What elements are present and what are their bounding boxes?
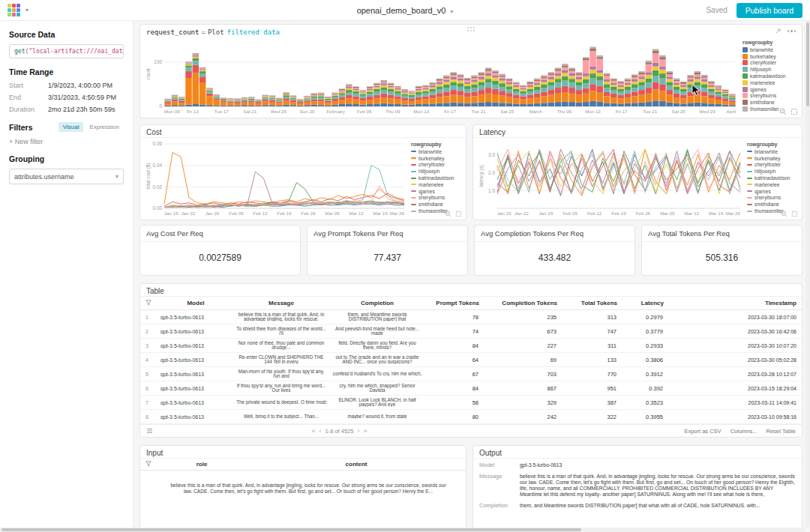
vertical-scrollbar-thumb[interactable] xyxy=(806,22,809,106)
legend-item[interactable]: cherylfoster xyxy=(411,162,461,169)
table-row[interactable]: 4 gpt-3.5-turbo-0613 Re-enter CLOWN and … xyxy=(140,353,802,367)
last-page-icon[interactable]: » xyxy=(363,428,367,435)
legend-item[interactable]: katrinadavidson xyxy=(747,175,797,181)
filters-expression-tab[interactable]: Expression xyxy=(85,122,124,132)
cost-panel-title: Cost xyxy=(140,125,466,138)
columns-button[interactable]: Columns... xyxy=(730,428,758,435)
legend-item[interactable]: marlenelee xyxy=(742,79,797,86)
legend-item[interactable]: cherylfoster xyxy=(742,60,797,67)
table-row[interactable]: 1 gpt-3.5-turbo-0613 believe this is a m… xyxy=(140,310,802,324)
first-page-icon[interactable]: « xyxy=(311,428,315,435)
svg-text:latency (s): latency (s) xyxy=(478,165,484,187)
cell-message: The private wound is deepest. O time mos… xyxy=(233,400,329,405)
col-header-timestamp[interactable]: Timestamp xyxy=(670,300,802,306)
svg-text:Tue 17: Tue 17 xyxy=(214,109,230,114)
col-header-role[interactable]: role xyxy=(157,461,247,468)
latency-chart[interactable]: 1.02.03.0latency (s)Jan 15Jan 22Jan 29Fe… xyxy=(478,140,743,217)
legend-item[interactable]: qjames xyxy=(747,188,797,195)
time-range-heading: Time Range xyxy=(9,67,124,76)
legend-item[interactable]: marlenelee xyxy=(747,181,797,188)
legend-item[interactable]: hilljoseph xyxy=(747,168,797,175)
col-header-total-tokens[interactable]: Total Tokens xyxy=(563,300,623,306)
legend-item[interactable]: brianwhite xyxy=(742,46,797,53)
table-row[interactable]: 8 gpt-3.5-turbo-0613 Well, bring it to t… xyxy=(140,410,802,424)
board-title-chevron-icon[interactable]: ▾ xyxy=(450,8,453,15)
col-header-prompt-tokens[interactable]: Prompt Tokens xyxy=(425,300,485,306)
legend-item[interactable]: qjames xyxy=(411,188,461,195)
horizontal-scrollbar-thumb[interactable] xyxy=(2,528,581,531)
legend-item[interactable]: sherylburns xyxy=(747,195,797,202)
col-header-latency[interactable]: Latency xyxy=(623,300,670,306)
legend-item[interactable]: smithdiane xyxy=(742,99,797,106)
expr-arg: filtered data xyxy=(227,28,280,36)
reset-table-button[interactable]: Reset Table xyxy=(766,428,795,435)
cell-model: gpt-3.5-turbo-0613 xyxy=(158,400,233,405)
legend-item[interactable]: burkehailey xyxy=(742,53,797,60)
legend-label: thomasmiller xyxy=(418,208,448,214)
output-field-value[interactable]: them, and Meantime swords DISTRIBUTION p… xyxy=(520,503,760,509)
svg-text:2.0: 2.0 xyxy=(488,170,495,175)
col-header-content[interactable]: content xyxy=(247,461,466,468)
zoom-out-icon[interactable] xyxy=(781,211,788,217)
legend-label: marlenelee xyxy=(418,182,444,187)
table-row[interactable]: 6 gpt-3.5-turbo-0613 If thou spy'st any,… xyxy=(140,381,802,396)
legend-item[interactable]: sherylburns xyxy=(742,93,797,100)
zoom-out-icon[interactable] xyxy=(445,211,452,217)
panel-drag-handle[interactable] xyxy=(467,27,475,31)
cost-chart[interactable]: 0.000.020.040.06total cost ($)Jan 15Jan … xyxy=(145,140,407,217)
legend-item[interactable]: burkehailey xyxy=(747,155,797,162)
box-select-icon[interactable] xyxy=(791,211,798,217)
time-range-value[interactable]: 3/31/2023, 4:50:59 PM xyxy=(48,94,116,101)
zoom-out-icon[interactable] xyxy=(779,108,787,115)
table-row[interactable]: 5 gpt-3.5-turbo-0613 Man-morn of his you… xyxy=(140,367,802,381)
legend-item[interactable]: smithdiane xyxy=(411,201,461,208)
table-row[interactable]: 3 gpt-3.5-turbo-0613 Nor none of thee, t… xyxy=(140,339,802,353)
legend-item[interactable]: sherylburns xyxy=(411,195,461,202)
legend-label: cherylfoster xyxy=(418,162,445,167)
legend-item[interactable]: hilljoseph xyxy=(742,66,797,73)
table-row[interactable]: 2 gpt-3.5-turbo-0613 To shield thee from… xyxy=(140,324,802,339)
legend-item[interactable]: katrinadavidson xyxy=(411,175,461,181)
filters-visual-tab[interactable]: Visual xyxy=(58,122,84,132)
legend-item[interactable]: burkehailey xyxy=(411,155,461,162)
legend-item[interactable]: qjames xyxy=(742,86,797,93)
source-data-expression-input[interactable]: get("local-artifact:///oai_dat… xyxy=(9,44,124,58)
svg-text:total cost ($): total cost ($) xyxy=(146,163,152,189)
legend-item[interactable]: smithdiane xyxy=(747,201,797,208)
col-header-completion[interactable]: Completion xyxy=(329,300,425,306)
table-row[interactable]: 7 gpt-3.5-turbo-0613 The private wound i… xyxy=(140,396,802,410)
publish-board-button[interactable]: Publish board xyxy=(736,3,802,18)
input-content-cell[interactable]: believe this is a man of that quirk. And… xyxy=(140,471,466,498)
time-range-value[interactable]: 1/9/2023, 4:00:00 PM xyxy=(48,82,112,89)
legend-item[interactable]: cherylfoster xyxy=(747,162,797,169)
stat-title: Avg Cost Per Req xyxy=(140,226,300,242)
col-header-completion-tokens[interactable]: Completion Tokens xyxy=(485,300,563,306)
legend-item[interactable]: marlenelee xyxy=(411,181,461,188)
weave-logo-icon[interactable] xyxy=(8,4,20,16)
export-csv-button[interactable]: Export as CSV xyxy=(684,428,721,435)
legend-item[interactable]: brianwhite xyxy=(747,148,797,155)
prev-page-icon[interactable]: ‹ xyxy=(320,428,322,435)
box-select-icon[interactable] xyxy=(790,108,798,115)
filter-funnel-icon[interactable] xyxy=(140,300,158,307)
logo-chevron-icon[interactable]: ▾ xyxy=(26,7,28,13)
legend-item[interactable]: katrinadavidson xyxy=(742,73,797,79)
table-menu-icon[interactable] xyxy=(146,428,153,434)
request-count-chart[interactable]: 0100countMon 09Fri 13Tue 17Sat 21Wed 25S… xyxy=(145,38,739,115)
panel-menu-icon[interactable] xyxy=(788,30,796,32)
horizontal-scrollbar[interactable] xyxy=(0,528,806,532)
expand-panel-icon[interactable] xyxy=(775,28,782,34)
time-range-value[interactable]: 2mo 21d 23h 50m 59s xyxy=(48,106,116,113)
next-page-icon[interactable]: › xyxy=(357,428,359,435)
vertical-scrollbar[interactable] xyxy=(806,21,810,528)
legend-item[interactable]: hilljoseph xyxy=(411,168,461,175)
legend-item[interactable]: brianwhite xyxy=(411,148,461,155)
col-header-model[interactable]: Model xyxy=(158,300,233,306)
box-select-icon[interactable] xyxy=(455,211,462,217)
col-header-message[interactable]: Message xyxy=(233,300,329,306)
output-field-value[interactable]: believe this is a man of that quirk. And… xyxy=(520,474,796,498)
grouping-select[interactable]: attributes.username ▾ xyxy=(9,169,124,184)
output-field-value[interactable]: gpt-3.5-turbo-0613 xyxy=(520,462,562,468)
new-filter-button[interactable]: + New filter xyxy=(9,138,124,145)
filter-funnel-icon[interactable] xyxy=(140,461,157,468)
